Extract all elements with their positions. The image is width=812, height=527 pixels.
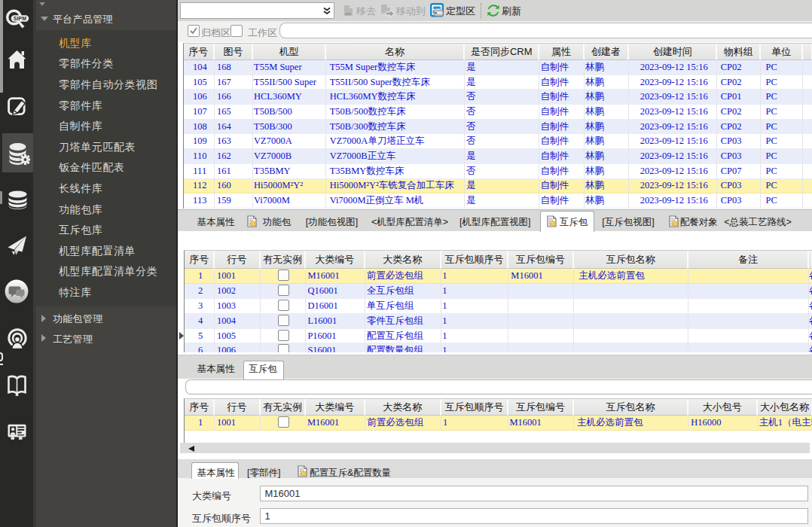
svg-text:SIPM: SIPM [14,16,27,21]
